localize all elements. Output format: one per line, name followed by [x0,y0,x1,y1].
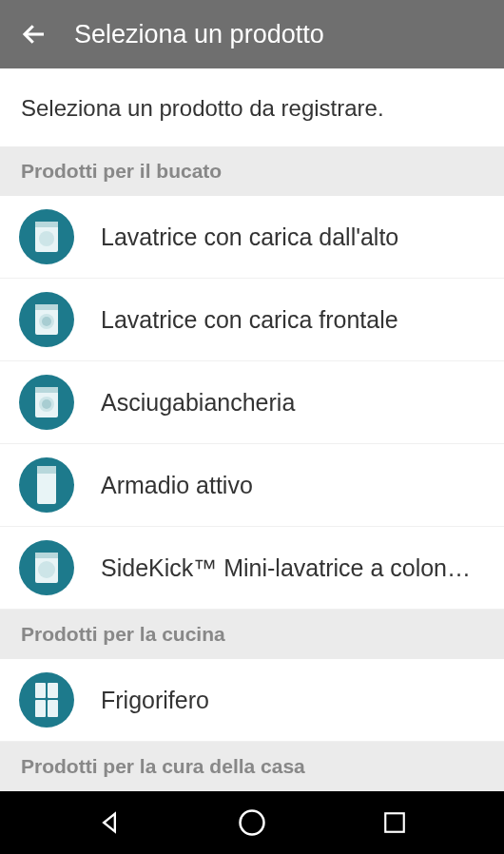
triangle-back-icon [96,809,123,836]
nav-home-button[interactable] [233,804,271,842]
back-button[interactable] [17,17,51,51]
circle-home-icon [238,808,266,837]
app-bar: Seleziona un prodotto [0,0,504,68]
list-item-fridge[interactable]: Frigorifero [0,659,504,742]
item-label: Frigorifero [101,687,485,714]
svg-rect-17 [35,683,46,698]
svg-rect-18 [48,683,58,698]
list-item-washer-top[interactable]: Lavatrice con carica dall'alto [0,196,504,279]
square-recent-icon [382,810,407,835]
nav-back-button[interactable] [90,804,128,842]
washer-top-icon [19,209,74,264]
nav-recent-button[interactable] [376,804,414,842]
back-arrow-icon [20,20,48,49]
svg-point-16 [38,561,55,578]
section-header-laundry: Prodotti per il bucato [0,146,504,196]
section-header-homecare: Prodotti per la cura della casa [0,742,504,791]
item-label: Lavatrice con carica dall'alto [101,223,485,251]
fridge-icon [19,672,74,728]
washer-front-icon [19,292,74,347]
svg-rect-19 [35,700,46,717]
list-item-closet[interactable]: Armadio attivo [0,444,504,527]
navigation-bar [0,791,504,854]
item-label: Armadio attivo [101,472,485,499]
svg-rect-15 [35,553,58,558]
dryer-icon [19,375,74,430]
svg-rect-13 [37,466,56,474]
svg-point-11 [42,399,51,409]
svg-point-7 [42,317,51,326]
list-item-washer-front[interactable]: Lavatrice con carica frontale [0,279,504,361]
subtitle: Seleziona un prodotto da registrare. [0,68,504,146]
svg-point-3 [39,231,54,246]
mini-washer-icon [19,540,74,595]
item-label: Asciugabiancheria [101,389,485,417]
item-label: Lavatrice con carica frontale [101,306,485,334]
section-header-kitchen: Prodotti per la cucina [0,610,504,659]
page-title: Seleziona un prodotto [74,20,324,49]
item-label: SideKick™ Mini-lavatrice a colon… [101,554,485,582]
svg-rect-24 [385,813,404,832]
svg-rect-2 [35,222,58,227]
closet-icon [19,457,74,513]
svg-rect-9 [35,387,58,393]
svg-rect-20 [48,700,58,717]
content-area: Seleziona un prodotto da registrare. Pro… [0,68,504,791]
list-item-dryer[interactable]: Asciugabiancheria [0,361,504,444]
svg-point-23 [241,811,264,835]
svg-rect-5 [35,304,58,310]
list-item-mini-washer[interactable]: SideKick™ Mini-lavatrice a colon… [0,527,504,610]
